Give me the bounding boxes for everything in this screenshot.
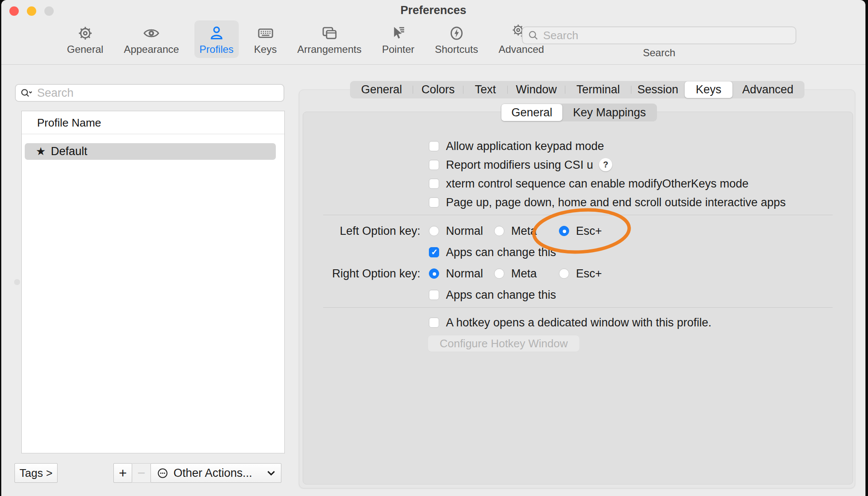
checkbox-page-scroll[interactable]: [429, 197, 439, 208]
checkbox-keypad-mode[interactable]: [429, 141, 439, 151]
ellipsis-circle-icon: [157, 467, 168, 479]
profiles-search-input[interactable]: Search: [15, 84, 284, 102]
profiles-list: Profile Name ★ Default: [21, 111, 285, 453]
right-option-esc: Esc+: [559, 265, 602, 282]
profile-tab-bar: General Colors Text Window Terminal Sess…: [350, 81, 804, 98]
tab-terminal[interactable]: Terminal: [565, 81, 631, 98]
radio-left-meta[interactable]: [494, 226, 504, 236]
left-apps-can-change-row: Apps can change this: [429, 244, 556, 261]
tab-window[interactable]: Window: [508, 81, 565, 98]
toolbar-search-placeholder: Search: [543, 29, 578, 42]
toolbar-item-shortcuts[interactable]: Shortcuts: [430, 20, 483, 58]
checkbox-csi-u[interactable]: [429, 160, 439, 170]
tab-colors[interactable]: Colors: [413, 81, 463, 98]
toolbar-search-input[interactable]: Search: [522, 26, 796, 44]
right-apps-can-change-row: Apps can change this: [429, 286, 556, 303]
tab-text[interactable]: Text: [463, 81, 507, 98]
tags-button[interactable]: Tags >: [14, 463, 58, 483]
radio-label: Meta: [511, 267, 537, 280]
checkbox-label: xterm control sequence can enable modify…: [446, 177, 749, 190]
radio-left-esc[interactable]: [559, 226, 569, 236]
radio-label: Normal: [446, 267, 483, 280]
checkbox-label: Page up, page down, home and end scroll …: [446, 196, 786, 209]
preferences-window: Preferences General Appearance Profiles: [1, 0, 865, 496]
subtab-key-mappings[interactable]: Key Mappings: [562, 104, 657, 121]
radio-right-meta[interactable]: [494, 268, 504, 279]
toolbar-label: General: [67, 43, 103, 55]
eye-icon: [142, 24, 161, 42]
profiles-search-placeholder: Search: [37, 87, 74, 100]
keyboard-icon: [256, 24, 275, 42]
right-option-normal: Normal: [429, 265, 483, 282]
remove-profile-button: −: [132, 463, 150, 483]
profile-add-remove-group: + − Other Actions...: [113, 463, 281, 483]
person-icon: [207, 24, 226, 42]
hotkey-checkbox-row: A hotkey opens a dedicated window with t…: [429, 314, 712, 331]
checkbox-row-csi-u: Report modifiers using CSI u: [429, 156, 593, 173]
subtab-general[interactable]: General: [501, 104, 562, 121]
keys-subtab-bar: General Key Mappings: [501, 104, 657, 121]
left-option-meta: Meta: [494, 222, 537, 239]
help-button[interactable]: ?: [599, 158, 612, 171]
toolbar-item-general[interactable]: General: [62, 20, 108, 58]
radio-label: Esc+: [576, 267, 602, 280]
checkbox-label: Allow application keypad mode: [446, 140, 604, 153]
preferences-toolbar: General Appearance Profiles K: [62, 20, 549, 58]
default-star-icon: ★: [36, 145, 46, 158]
checkbox-left-apps-can-change[interactable]: [429, 247, 439, 257]
checkbox-label: Apps can change this: [446, 288, 556, 302]
checkbox-modifyotherkeys[interactable]: [429, 179, 439, 189]
left-option-esc: Esc+: [559, 222, 602, 239]
radio-right-esc[interactable]: [559, 268, 569, 279]
cursor-icon: [389, 24, 408, 42]
toolbar-label: Arrangements: [297, 43, 362, 55]
toolbar-divider: [1, 64, 865, 65]
configure-hotkey-window-button: Configure Hotkey Window: [428, 335, 580, 352]
search-menu-icon: [20, 87, 33, 99]
add-profile-button[interactable]: +: [113, 463, 132, 483]
toolbar-item-appearance[interactable]: Appearance: [119, 20, 184, 58]
toolbar-label: Appearance: [124, 43, 179, 55]
radio-label: Meta: [511, 225, 537, 238]
splitter-handle[interactable]: [14, 279, 20, 285]
tab-general[interactable]: General: [350, 81, 413, 98]
separator-line: [323, 307, 833, 308]
screenshot-root: Preferences General Appearance Profiles: [0, 0, 868, 496]
checkbox-row-page-scroll: Page up, page down, home and end scroll …: [429, 194, 786, 211]
radio-label: Esc+: [576, 225, 602, 238]
toolbar-item-profiles[interactable]: Profiles: [194, 20, 239, 58]
toolbar-label: Profiles: [200, 43, 234, 55]
tab-session[interactable]: Session: [631, 81, 684, 98]
search-icon: [528, 30, 539, 41]
window-title: Preferences: [1, 4, 865, 17]
tab-advanced[interactable]: Advanced: [733, 81, 803, 98]
toolbar-label: Keys: [254, 43, 277, 55]
tab-keys[interactable]: Keys: [685, 81, 732, 98]
checkbox-right-apps-can-change[interactable]: [429, 290, 439, 300]
windows-icon: [320, 24, 339, 42]
toolbar-label: Pointer: [382, 43, 414, 55]
toolbar-label: Shortcuts: [435, 43, 478, 55]
radio-left-normal[interactable]: [429, 226, 439, 236]
other-actions-dropdown[interactable]: Other Actions...: [150, 463, 281, 483]
separator-line: [323, 215, 833, 215]
other-actions-label: Other Actions...: [174, 467, 262, 480]
profile-row-default[interactable]: ★ Default: [25, 143, 276, 160]
toolbar-search-label: Search: [522, 47, 796, 59]
right-option-key-label: Right Option key:: [322, 265, 420, 282]
toolbar-item-arrangements[interactable]: Arrangements: [292, 20, 367, 58]
chevron-down-icon: [267, 471, 275, 476]
gear-icon: [76, 24, 95, 42]
radio-right-normal[interactable]: [429, 268, 439, 279]
checkbox-hotkey-window[interactable]: [429, 317, 439, 328]
checkbox-row-keypad: Allow application keypad mode: [429, 138, 604, 155]
profiles-list-header: Profile Name: [22, 111, 284, 134]
checkbox-row-modifyotherkeys: xterm control sequence can enable modify…: [429, 175, 749, 192]
left-option-normal: Normal: [429, 222, 483, 239]
right-option-meta: Meta: [494, 265, 537, 282]
checkbox-label: Apps can change this: [446, 246, 556, 259]
profile-name: Default: [51, 145, 87, 158]
toolbar-item-keys[interactable]: Keys: [249, 20, 282, 58]
toolbar-item-pointer[interactable]: Pointer: [377, 20, 420, 58]
lightning-icon: [447, 24, 466, 42]
